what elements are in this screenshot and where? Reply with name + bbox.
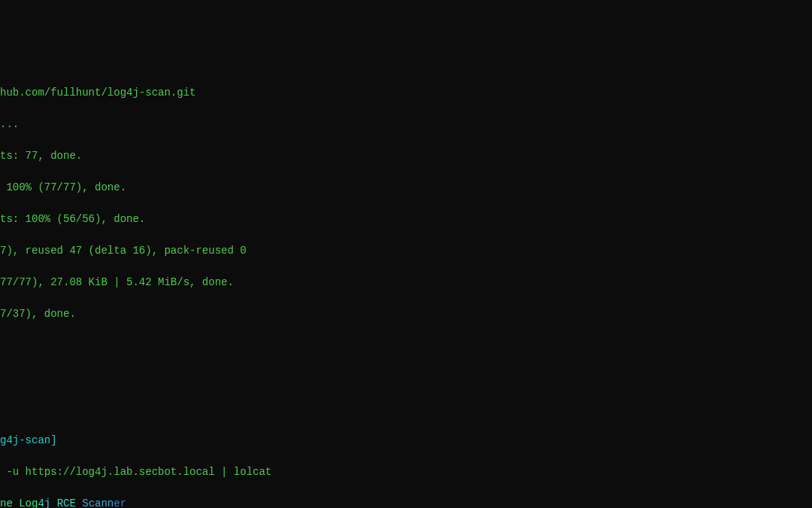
blank-line <box>0 401 812 417</box>
prompt-dir: g4j-scan <box>0 434 50 446</box>
prompt-line: g4j-scan] <box>0 433 812 449</box>
git-line: ... <box>0 117 812 132</box>
git-line: 77/77), 27.08 KiB | 5.42 MiB/s, done. <box>0 275 812 291</box>
git-line: 100% (77/77), done. <box>0 180 812 196</box>
git-line: 7), reused 47 (delta 16), pack-reused 0 <box>0 243 812 259</box>
blank-line <box>0 370 812 385</box>
git-line: 7/37), done. <box>0 306 812 322</box>
git-line: hub.com/fullhunt/log4j-scan.git <box>0 85 812 101</box>
lolcat-line: ne Log4j RCE Scanner <box>0 496 812 508</box>
command-line[interactable]: -u https://log4j.lab.secbot.local | lolc… <box>0 464 812 480</box>
git-line: ts: 100% (56/56), done. <box>0 211 812 227</box>
terminal-output: hub.com/fullhunt/log4j-scan.git ... ts: … <box>0 69 812 508</box>
blank-line <box>0 338 812 354</box>
git-line: ts: 77, done. <box>0 148 812 164</box>
